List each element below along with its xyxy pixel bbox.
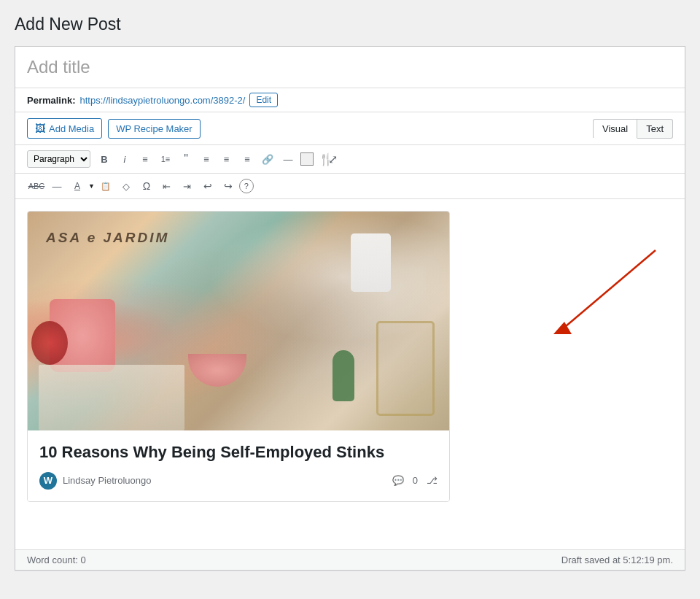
eraser-button[interactable]: ◇ [117,177,136,196]
tab-text[interactable]: Text [637,119,673,139]
author-name: Lindsay Pietroluongo [63,475,151,486]
arrow-annotation [502,243,663,360]
post-featured-image: ASA e JARDIM [28,212,449,430]
italic-button[interactable]: i [115,150,134,169]
expand-button[interactable]: ⤢ [328,152,338,166]
formatting-toolbar-2: ABC — A ▼ 📋 ◇ Ω ⇤ ⇥ ↩ ↪ ? [15,174,685,199]
tab-visual[interactable]: Visual [593,119,637,139]
permalink-label: Permalink: [27,95,75,106]
outdent-button[interactable]: ⇤ [158,177,176,196]
indent-button[interactable]: ⇥ [178,177,197,196]
content-area[interactable]: ASA e JARDIM 10 Reasons Why Being Self-E… [15,199,685,549]
top-toolbar: 🖼 Add Media WP Recipe Maker Visual Text [15,112,685,145]
image-rose [31,321,68,365]
post-card: ASA e JARDIM 10 Reasons Why Being Self-E… [27,211,450,502]
svg-marker-1 [553,322,572,334]
strikethrough-button[interactable]: ABC [27,177,46,196]
align-left-button[interactable]: ≡ [197,150,216,169]
add-media-icon: 🖼 [35,123,45,134]
special-char-button[interactable]: Ω [137,177,156,196]
wp-logo-icon: W [39,472,57,490]
share-icon[interactable]: ⎇ [427,475,438,486]
undo-button[interactable]: ↩ [198,177,217,196]
toolbar-left: 🖼 Add Media WP Recipe Maker [27,118,201,139]
image-basket [376,321,435,416]
permalink-bar: Permalink: https://lindsaypietroluongo.c… [15,88,685,112]
paste-text-button[interactable]: 📋 [96,177,115,196]
font-color-button[interactable]: A [68,177,87,196]
permalink-edit-button[interactable]: Edit [249,93,278,107]
align-center-button[interactable]: ≡ [217,150,236,169]
post-card-title: 10 Reasons Why Being Self-Employed Stink… [39,442,438,463]
comment-icon[interactable]: 💬 [392,475,404,486]
blockquote-button[interactable]: " [176,150,195,169]
wp-recipe-maker-label: WP Recipe Maker [116,123,192,134]
svg-line-0 [561,250,656,331]
unordered-list-button[interactable]: ≡ [136,150,155,169]
page-title: Add New Post [15,15,685,34]
image-text-asa: ASA e JARDIM [46,230,169,246]
comment-count: 0 [413,475,418,486]
image-books [39,365,184,430]
help-button[interactable]: ? [239,179,254,193]
horizontal-rule-button[interactable]: — [279,150,298,169]
ordered-list-button[interactable]: 1≡ [156,150,175,169]
bold-button[interactable]: B [95,150,114,169]
formatting-toolbar-1: Paragraph B i ≡ 1≡ " ≡ ≡ ≡ 🔗 — 🍴 ⤢ [15,145,685,174]
status-bar: Word count: 0 Draft saved at 5:12:19 pm. [15,549,685,570]
post-actions: 💬 0 ⎇ [392,475,438,486]
post-meta: W Lindsay Pietroluongo 💬 0 ⎇ [39,472,438,490]
post-title-input[interactable] [15,47,685,88]
color-swatch [300,152,314,166]
draft-saved: Draft saved at 5:12:19 pm. [561,554,673,565]
post-card-body: 10 Reasons Why Being Self-Employed Stink… [28,430,449,501]
link-button[interactable]: 🔗 [258,150,277,169]
color-dropdown-arrow[interactable]: ▼ [88,182,95,190]
paragraph-select[interactable]: Paragraph [27,150,90,168]
horizontal-line-button[interactable]: — [47,177,66,196]
align-right-button[interactable]: ≡ [238,150,257,169]
image-cactus [332,350,354,401]
visual-text-tabs: Visual Text [593,119,673,139]
word-count: Word count: 0 [27,554,86,565]
redo-button[interactable]: ↪ [219,177,238,196]
permalink-link[interactable]: https://lindsaypietroluongo.com/3892-2/ [79,95,245,106]
image-white-cup [351,233,391,292]
add-media-label: Add Media [49,123,94,134]
wp-recipe-maker-button[interactable]: WP Recipe Maker [108,119,201,139]
post-author: W Lindsay Pietroluongo [39,472,151,490]
add-media-button[interactable]: 🖼 Add Media [27,118,102,139]
editor-container: Permalink: https://lindsaypietroluongo.c… [15,46,685,571]
